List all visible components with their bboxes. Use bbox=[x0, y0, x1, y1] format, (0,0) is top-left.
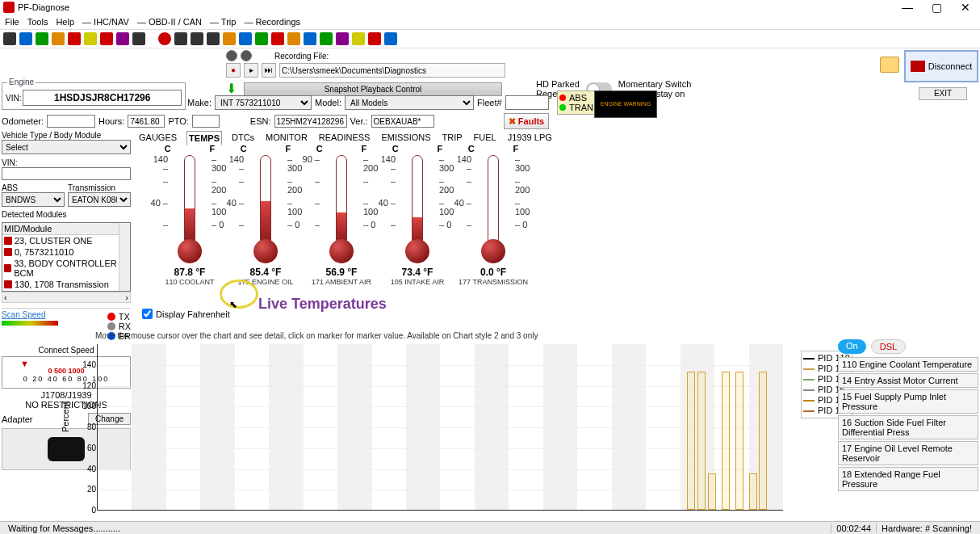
param-item[interactable]: 18 Extended Range Fuel Pressure bbox=[838, 467, 978, 491]
module-item[interactable]: 130, 1708 Transmission bbox=[2, 279, 130, 290]
toolbar-icon[interactable] bbox=[287, 32, 300, 45]
trans-led-icon bbox=[559, 104, 566, 111]
record-led[interactable] bbox=[241, 50, 252, 61]
menu-help[interactable]: Help bbox=[56, 17, 74, 27]
abs-led-icon bbox=[559, 95, 566, 101]
module-icon bbox=[4, 248, 12, 256]
toolbar-icon[interactable] bbox=[271, 32, 284, 45]
close-button[interactable]: ✕ bbox=[951, 0, 980, 15]
right-panel: On DSL 110 Engine Coolant Temperature14 … bbox=[838, 339, 978, 493]
vehicle-type-label: Vehicle Type / Body Module bbox=[2, 131, 131, 140]
record-button[interactable]: ● bbox=[226, 63, 241, 78]
vin-input[interactable] bbox=[23, 90, 182, 106]
toolbar-icon[interactable] bbox=[68, 32, 81, 45]
toolbar-icon[interactable] bbox=[3, 32, 16, 45]
toolbar-icon[interactable] bbox=[116, 32, 129, 45]
abs-select[interactable]: BNDWS bbox=[2, 192, 65, 207]
odometer-row: Odometer: Hours: PTO: ESN: Ver.: bbox=[2, 115, 434, 128]
menu-obdii-can[interactable]: — OBD-II / CAN bbox=[137, 17, 202, 27]
module-item[interactable]: 23, CLUSTER ONE bbox=[2, 235, 130, 246]
toolbar-icon[interactable] bbox=[368, 32, 381, 45]
toolbar-icon[interactable] bbox=[84, 32, 97, 45]
status-time: 00:02:44 bbox=[831, 523, 876, 533]
play-icon[interactable] bbox=[174, 32, 187, 45]
play-button[interactable]: ▸ bbox=[244, 63, 258, 78]
toolbar-icon[interactable] bbox=[384, 32, 397, 45]
param-item[interactable]: 17 Engine Oil Level Remote Reservoir bbox=[838, 441, 978, 465]
toolbar-icon[interactable] bbox=[132, 32, 145, 45]
disconnect-button[interactable]: Disconnect bbox=[904, 50, 978, 82]
param-item[interactable]: 16 Suction Side Fuel Filter Differential… bbox=[838, 415, 978, 439]
truck-icon bbox=[911, 61, 925, 72]
pause-icon[interactable] bbox=[207, 32, 220, 45]
display-f-check[interactable] bbox=[142, 309, 153, 319]
toolbar-icon[interactable] bbox=[100, 32, 113, 45]
menu-file[interactable]: File bbox=[5, 17, 19, 27]
toolbar-icon[interactable] bbox=[36, 32, 48, 45]
toolbar-icon[interactable] bbox=[223, 32, 236, 45]
snapshot-playback-button[interactable]: Snapshot Playback Control bbox=[244, 82, 502, 96]
hours-input[interactable] bbox=[128, 115, 165, 128]
menu-tools[interactable]: Tools bbox=[27, 17, 48, 27]
faults-button[interactable]: Faults bbox=[504, 113, 549, 129]
rx-led-icon bbox=[107, 322, 115, 330]
folder-button[interactable] bbox=[880, 57, 899, 73]
toolbar bbox=[0, 29, 980, 48]
toolbar-icon[interactable] bbox=[304, 32, 316, 45]
esn-input[interactable] bbox=[274, 115, 347, 128]
download-icon[interactable] bbox=[226, 81, 242, 97]
param-item[interactable]: 14 Entry Assist Motor Current bbox=[838, 373, 978, 388]
recording-file-label: Recording File: bbox=[274, 52, 329, 61]
window-title: PF-Diagnose bbox=[18, 2, 69, 12]
menubar: File Tools Help — IHC/NAV — OBD-II / CAN… bbox=[0, 15, 980, 29]
vehicle-type-select[interactable]: Select bbox=[2, 140, 131, 154]
menu-recordings[interactable]: — Recordings bbox=[244, 17, 300, 27]
toolbar-icon[interactable] bbox=[52, 32, 65, 45]
record-icon[interactable] bbox=[158, 32, 171, 45]
stop-icon[interactable] bbox=[191, 32, 203, 45]
menu-ihc-nav[interactable]: — IHC/NAV bbox=[82, 17, 129, 27]
titlebar: PF-Diagnose — ▢ ✕ bbox=[0, 0, 980, 15]
minimize-button[interactable]: — bbox=[893, 0, 922, 15]
pto-input[interactable] bbox=[192, 115, 220, 128]
record-led[interactable] bbox=[226, 50, 237, 61]
toolbar-icon[interactable] bbox=[336, 32, 349, 45]
on-toggle[interactable]: On bbox=[838, 339, 866, 354]
module-item[interactable]: 0, 7573211010 bbox=[2, 246, 130, 258]
scrollbar[interactable] bbox=[119, 223, 130, 291]
dsl-toggle[interactable]: DSL bbox=[871, 339, 906, 354]
param-item[interactable]: 15 Fuel Supply Pump Inlet Pressure bbox=[838, 389, 978, 414]
odometer-input[interactable] bbox=[47, 115, 95, 128]
chart-hint: Move the mouse cursor over the chart and… bbox=[95, 331, 538, 340]
fleet-input[interactable] bbox=[505, 95, 549, 110]
make-select[interactable]: INT 7573211010 bbox=[215, 95, 312, 110]
display-fahrenheit-checkbox[interactable]: Display Fahrenheit bbox=[142, 309, 230, 319]
ver-input[interactable] bbox=[371, 115, 434, 128]
toolbar-icon[interactable] bbox=[255, 32, 268, 45]
toolbar-icon[interactable] bbox=[19, 32, 32, 45]
h-scrollbar[interactable] bbox=[2, 292, 131, 303]
statusbar: Waiting for Messages........... 00:02:44… bbox=[0, 521, 980, 534]
menu-trip[interactable]: — Trip bbox=[210, 17, 236, 27]
recording-path-input[interactable] bbox=[279, 63, 505, 78]
param-item[interactable]: 110 Engine Coolant Temperature bbox=[838, 357, 978, 372]
scan-speed-label: Scan Speed bbox=[2, 310, 58, 319]
sidebar-vin-input[interactable] bbox=[2, 167, 131, 180]
model-select[interactable]: All Models bbox=[345, 95, 474, 110]
exit-button[interactable]: EXIT bbox=[919, 87, 967, 100]
module-icon bbox=[4, 280, 12, 288]
toolbar-icon[interactable] bbox=[320, 32, 333, 45]
transmission-select[interactable]: EATON K086696 bbox=[68, 192, 131, 207]
make-label: Make: bbox=[187, 98, 211, 107]
module-item[interactable]: 33, BODY CONTROLLER BCM bbox=[2, 258, 130, 279]
toolbar-icon[interactable] bbox=[352, 32, 365, 45]
toolbar-icon[interactable] bbox=[239, 32, 252, 45]
step-button[interactable]: ⏭ bbox=[262, 63, 276, 78]
model-label: Model: bbox=[315, 98, 341, 107]
dash-warning-display: ENGINE WARNING bbox=[594, 90, 657, 118]
thermo-value: 0.0 °F bbox=[449, 267, 538, 278]
chart[interactable]: Percent 020406080100120140 bbox=[97, 344, 783, 511]
detected-modules-list[interactable]: MID/Module 23, CLUSTER ONE 0, 7573211010… bbox=[2, 222, 131, 292]
maximize-button[interactable]: ▢ bbox=[922, 0, 951, 15]
vin-label: VIN: bbox=[6, 94, 21, 103]
